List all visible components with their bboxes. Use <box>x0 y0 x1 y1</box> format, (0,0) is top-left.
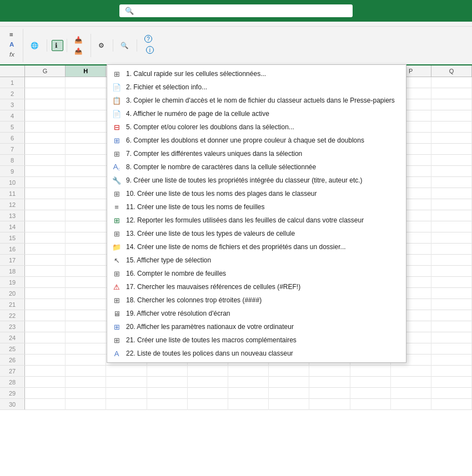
cell[interactable] <box>431 321 472 332</box>
col-header-G[interactable]: G <box>25 65 66 77</box>
ribbon-btn-exporter[interactable]: 📤 <box>72 46 87 56</box>
cell[interactable] <box>66 144 106 155</box>
cell[interactable] <box>431 133 472 144</box>
cell[interactable] <box>66 399 106 410</box>
cell[interactable] <box>431 144 472 155</box>
ribbon-btn-importer[interactable]: 📥 <box>72 35 87 45</box>
cell[interactable] <box>25 199 66 210</box>
cell[interactable] <box>66 288 106 299</box>
cell[interactable] <box>431 232 472 244</box>
cell[interactable] <box>269 399 309 410</box>
cell[interactable] <box>66 210 106 221</box>
col-header-Q[interactable]: Q <box>431 65 472 77</box>
cell[interactable] <box>431 166 472 177</box>
dropdown-item[interactable]: A22. Liste de toutes les polices dans un… <box>107 347 406 360</box>
dropdown-item[interactable]: ⊞7. Compter les différentes valeurs uniq… <box>107 147 406 160</box>
cell[interactable] <box>228 399 269 410</box>
dropdown-item[interactable]: 📋3. Copier le chemin d'accès et le nom d… <box>107 94 406 107</box>
cell[interactable] <box>25 366 66 377</box>
cell[interactable] <box>431 199 472 210</box>
dropdown-item[interactable]: ⊞6. Compter les doublons et donner une p… <box>107 134 406 147</box>
cell[interactable] <box>25 332 66 343</box>
cell[interactable] <box>25 244 66 255</box>
search-input[interactable] <box>138 7 347 15</box>
cell[interactable] <box>25 77 66 88</box>
cell[interactable] <box>25 299 66 310</box>
dropdown-item[interactable]: 📄4. Afficher le numéro de page de la cel… <box>107 107 406 120</box>
cell[interactable] <box>431 399 472 410</box>
cell[interactable] <box>25 88 66 99</box>
cell[interactable] <box>25 343 66 355</box>
cell[interactable] <box>66 199 106 210</box>
cell[interactable] <box>25 255 66 266</box>
cell[interactable] <box>66 277 106 288</box>
dropdown-item[interactable]: ⊞1. Calcul rapide sur les cellules sélec… <box>107 67 406 80</box>
cell[interactable] <box>25 232 66 244</box>
ribbon-btn-options[interactable]: ⚙ <box>96 40 109 50</box>
dropdown-item[interactable]: ⊞20. Afficher les paramètres nationaux d… <box>107 320 406 333</box>
col-header-H[interactable]: H <box>66 65 106 77</box>
cell[interactable] <box>269 388 309 399</box>
cell[interactable] <box>431 288 472 299</box>
cell[interactable] <box>25 288 66 299</box>
dropdown-item[interactable]: ↖15. Afficher type de sélection <box>107 254 406 267</box>
cell[interactable] <box>66 77 106 88</box>
cell[interactable] <box>66 244 106 255</box>
cell[interactable] <box>106 399 147 410</box>
cell[interactable] <box>431 266 472 277</box>
cell[interactable] <box>431 110 472 121</box>
cell[interactable] <box>431 255 472 266</box>
cell[interactable] <box>309 366 350 377</box>
cell[interactable] <box>431 221 472 232</box>
cell[interactable] <box>25 221 66 232</box>
cell[interactable] <box>66 355 106 366</box>
cell[interactable] <box>350 377 391 388</box>
cell[interactable] <box>66 155 106 166</box>
dropdown-item[interactable]: ⊞16. Compter le nombre de feuilles <box>107 267 406 280</box>
ribbon-btn-faq[interactable]: ? <box>142 34 157 44</box>
cell[interactable] <box>431 244 472 255</box>
dropdown-item[interactable]: 🔧9. Créer une liste de toutes les propri… <box>107 174 406 187</box>
cell[interactable] <box>25 310 66 321</box>
cell[interactable] <box>66 221 106 232</box>
cell[interactable] <box>431 77 472 88</box>
cell[interactable] <box>309 377 350 388</box>
cell[interactable] <box>66 99 106 110</box>
cell[interactable] <box>66 377 106 388</box>
cell[interactable] <box>147 377 188 388</box>
cell[interactable] <box>431 177 472 188</box>
cell[interactable] <box>25 166 66 177</box>
cell[interactable] <box>188 399 228 410</box>
cell[interactable] <box>431 299 472 310</box>
cell[interactable] <box>66 232 106 244</box>
cell[interactable] <box>25 121 66 133</box>
ribbon-btn-formules[interactable]: fx <box>7 50 19 59</box>
cell[interactable] <box>66 321 106 332</box>
ribbon-btn-info[interactable]: i <box>142 45 160 55</box>
cell[interactable] <box>350 366 391 377</box>
cell[interactable] <box>391 377 431 388</box>
cell[interactable] <box>25 210 66 221</box>
cell[interactable] <box>25 321 66 332</box>
cell[interactable] <box>391 399 431 410</box>
search-wrapper[interactable]: 🔍 <box>119 4 353 17</box>
cell[interactable] <box>147 399 188 410</box>
cell[interactable] <box>66 388 106 399</box>
cell[interactable] <box>350 399 391 410</box>
cell[interactable] <box>431 88 472 99</box>
cell[interactable] <box>431 210 472 221</box>
cell[interactable] <box>391 388 431 399</box>
cell[interactable] <box>269 366 309 377</box>
cell[interactable] <box>66 121 106 133</box>
dropdown-item[interactable]: A꜀8. Compter le nombre de caractères dan… <box>107 160 406 174</box>
cell[interactable] <box>25 399 66 410</box>
cell[interactable] <box>188 388 228 399</box>
ribbon-btn-web[interactable]: 🌐 <box>28 40 43 50</box>
dropdown-item[interactable]: ≡11. Créer une liste de tous les noms de… <box>107 200 406 214</box>
cell[interactable] <box>431 121 472 133</box>
cell[interactable] <box>431 388 472 399</box>
cell[interactable] <box>66 299 106 310</box>
cell[interactable] <box>25 110 66 121</box>
cell[interactable] <box>431 343 472 355</box>
dropdown-item[interactable]: ⊞12. Reporter les formules utilisées dan… <box>107 214 406 227</box>
